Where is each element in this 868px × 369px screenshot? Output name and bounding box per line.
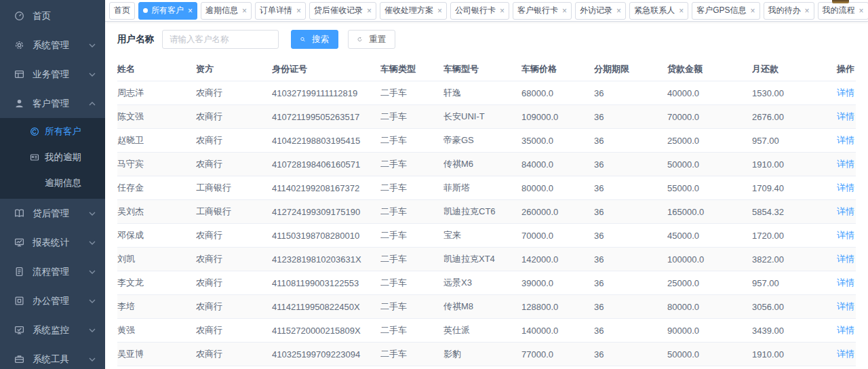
sidebar-item-label: 系统工具: [33, 353, 69, 366]
cell-vehicle-model: 凯迪拉克CT6: [443, 200, 521, 224]
close-icon[interactable]: ×: [805, 7, 810, 15]
sidebar-item-label: 流程管理: [33, 266, 69, 278]
chevron-down-icon: [89, 212, 96, 216]
close-icon[interactable]: ×: [500, 7, 505, 15]
app-window: 首页系统管理业务管理客户管理所有客户我的逾期逾期信息贷后管理报表统计流程管理办公…: [0, 0, 868, 369]
close-icon[interactable]: ×: [679, 7, 684, 15]
cell-installments: 36: [594, 224, 667, 248]
close-icon[interactable]: ×: [859, 7, 864, 15]
detail-link[interactable]: 详情: [837, 325, 854, 335]
cell-vehicle-type: 二手车: [380, 129, 443, 153]
detail-link[interactable]: 详情: [837, 254, 854, 264]
tab[interactable]: 客户GPS信息×: [692, 2, 760, 20]
close-icon[interactable]: ×: [367, 7, 372, 15]
close-icon[interactable]: ×: [616, 7, 621, 15]
tab[interactable]: 催收处理方案×: [380, 2, 447, 20]
tabs-bar: 首页所有客户×逾期信息×订单详情×贷后催收记录×催收处理方案×公司银行卡×客户银…: [105, 0, 868, 22]
cell-loan-amount: 70000.0: [667, 105, 752, 129]
sidebar-item[interactable]: 客户管理: [0, 89, 105, 118]
sidebar-subitem[interactable]: 逾期信息: [0, 170, 105, 196]
cell-funder: 农商行: [196, 81, 272, 105]
detail-link[interactable]: 详情: [837, 159, 854, 169]
cell-name: 马守宾: [117, 153, 196, 176]
cell-funder: 农商行: [196, 295, 272, 319]
detail-link[interactable]: 详情: [837, 230, 854, 240]
cell-loan-amount: 50000.0: [667, 153, 752, 176]
sidebar-submenu: 所有客户我的逾期逾期信息: [0, 118, 105, 199]
cell-name: 吴刘杰: [117, 200, 196, 224]
close-icon[interactable]: ×: [437, 7, 442, 15]
cell-name: 周志洋: [117, 81, 196, 105]
sidebar-item[interactable]: 系统工具: [0, 345, 105, 369]
cell-action: 详情: [833, 176, 856, 200]
cell-funder: 农商行: [196, 224, 272, 248]
cell-monthly-payment: 1910.00: [752, 153, 833, 176]
cell-installments: 36: [594, 81, 667, 105]
tab[interactable]: 首页: [109, 2, 135, 20]
tab[interactable]: 贷后催收记录×: [309, 2, 376, 20]
tab[interactable]: 订单详情×: [255, 2, 306, 20]
close-icon[interactable]: ×: [750, 7, 755, 15]
sidebar-subitem-label: 逾期信息: [45, 177, 81, 189]
cell-vehicle-type: 二手车: [380, 295, 443, 319]
chevron-down-icon: [89, 299, 96, 303]
detail-link[interactable]: 详情: [837, 349, 854, 359]
detail-link[interactable]: 详情: [837, 135, 854, 145]
tab[interactable]: 外访记录×: [575, 2, 626, 20]
sidebar-item[interactable]: 首页: [0, 1, 105, 31]
sidebar-subitem[interactable]: 我的逾期: [0, 144, 105, 170]
sidebar-item[interactable]: 业务管理: [0, 60, 105, 89]
sidebar: 首页系统管理业务管理客户管理所有客户我的逾期逾期信息贷后管理报表统计流程管理办公…: [0, 0, 105, 369]
close-icon[interactable]: ×: [296, 7, 301, 15]
table-header-row: 姓名资方身份证号车辆类型车辆型号车辆价格分期期限贷款金额月还款操作: [117, 58, 856, 81]
search-button-label: 搜索: [312, 34, 329, 45]
tab[interactable]: 客户银行卡×: [513, 2, 572, 20]
close-icon[interactable]: ×: [562, 7, 567, 15]
detail-link[interactable]: 详情: [837, 301, 854, 311]
column-header: 分期期限: [594, 58, 667, 81]
column-header: 车辆价格: [521, 58, 594, 81]
cell-partial: [380, 366, 443, 369]
tab[interactable]: 所有客户×: [138, 2, 197, 20]
tab-label: 紧急联系人: [634, 5, 675, 16]
cell-loan-amount: 55000.0: [667, 176, 752, 200]
cell-vehicle-price: 260000.0: [521, 200, 594, 224]
chevron-down-icon: [89, 357, 96, 362]
sidebar-item[interactable]: 流程管理: [0, 257, 105, 286]
cell-installments: 36: [594, 176, 667, 200]
close-icon[interactable]: ×: [188, 7, 193, 15]
sidebar-subitem[interactable]: 所有客户: [0, 119, 105, 144]
cell-installments: 36: [594, 153, 667, 176]
sidebar-item[interactable]: 办公管理: [0, 286, 105, 315]
tab-label: 我的流程: [823, 5, 855, 16]
tab[interactable]: 我的流程×: [818, 2, 868, 20]
cell-partial: [272, 366, 380, 369]
search-form: 用户名称 搜索 重置: [117, 30, 856, 49]
cell-partial: [594, 366, 667, 369]
detail-link[interactable]: 详情: [837, 111, 854, 121]
monitor-icon: [14, 325, 24, 336]
search-input[interactable]: [162, 30, 279, 49]
detail-link[interactable]: 详情: [837, 277, 854, 288]
detail-link[interactable]: 详情: [837, 88, 854, 98]
tab[interactable]: 逾期信息×: [201, 2, 252, 20]
sidebar-item[interactable]: 系统监控: [0, 315, 105, 345]
sidebar-item[interactable]: 报表统计: [0, 228, 105, 257]
chevron-up-icon: [89, 102, 96, 106]
sidebar-item-label: 系统监控: [33, 324, 69, 336]
tab[interactable]: 紧急联系人×: [629, 2, 688, 20]
sidebar-item[interactable]: 贷后管理: [0, 199, 105, 228]
tab[interactable]: 我的待办×: [764, 2, 814, 20]
cell-vehicle-model: 长安UNI-T: [443, 105, 521, 129]
search-button[interactable]: 搜索: [291, 30, 338, 49]
detail-link[interactable]: 详情: [837, 182, 854, 193]
avatar[interactable]: [832, 0, 849, 3]
chevron-down-icon: [89, 73, 96, 77]
detail-link[interactable]: 详情: [837, 206, 854, 216]
sidebar-item[interactable]: 系统管理: [0, 31, 105, 60]
reset-button[interactable]: 重置: [348, 30, 395, 49]
tab[interactable]: 公司银行卡×: [450, 2, 509, 20]
table-row: 吴刘杰工商银行412724199309175190二手车凯迪拉克CT626000…: [117, 200, 856, 224]
close-icon[interactable]: ×: [242, 7, 247, 15]
sidebar-subitem-label: 我的逾期: [45, 151, 81, 163]
